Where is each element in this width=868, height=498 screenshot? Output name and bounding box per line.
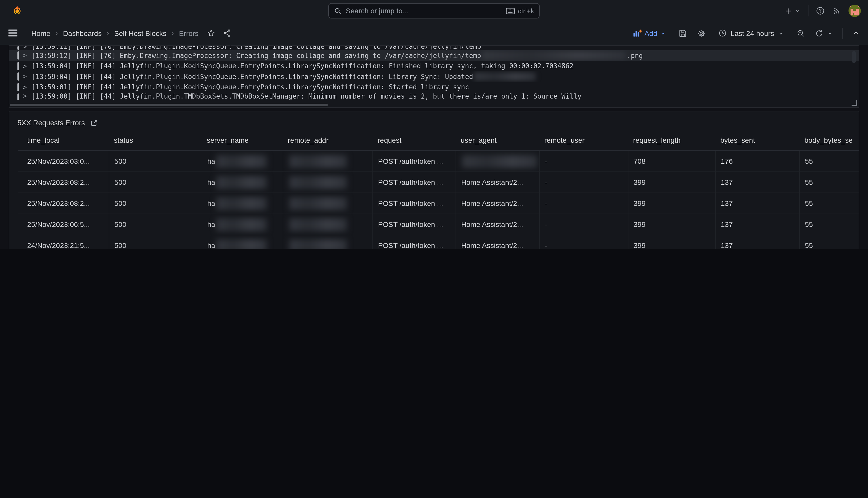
cell-body_bytes_se: 55 bbox=[799, 193, 859, 213]
redacted-text bbox=[216, 197, 267, 210]
cell-server_name: ha bbox=[202, 193, 283, 213]
share-button[interactable] bbox=[223, 29, 231, 38]
column-header-status[interactable]: status bbox=[109, 130, 202, 150]
redacted-text bbox=[216, 239, 267, 249]
table-row[interactable]: 25/Nov/2023:06:5...500haPOST /auth/token… bbox=[18, 214, 859, 235]
column-header-time_local[interactable]: time_local bbox=[18, 130, 109, 150]
redacted-text bbox=[289, 239, 347, 249]
column-header-remote_user[interactable]: remote_user bbox=[539, 130, 628, 150]
search-input[interactable]: Search or jump to... ctrl+k bbox=[328, 3, 540, 18]
breadcrumb-home[interactable]: Home bbox=[31, 29, 51, 37]
cell-remote_user: - bbox=[539, 214, 628, 235]
horizontal-scrollbar[interactable] bbox=[10, 104, 328, 106]
cell-request: POST /auth/token ... bbox=[372, 214, 456, 235]
dashboard-settings-button[interactable] bbox=[697, 28, 706, 38]
breadcrumb-separator: › bbox=[172, 29, 174, 37]
column-header-user_agent[interactable]: user_agent bbox=[456, 130, 539, 150]
table-row[interactable]: 25/Nov/2023:08:2...500haPOST /auth/token… bbox=[18, 172, 859, 193]
panel-5xx-requests-errors: 5XX Requests Errors time_localstatusserv… bbox=[9, 111, 859, 249]
chevron-down-icon bbox=[660, 30, 666, 36]
plus-icon bbox=[784, 6, 792, 15]
cell-request: POST /auth/token ... bbox=[372, 151, 456, 171]
breadcrumb-separator: › bbox=[56, 29, 58, 37]
grafana-logo-icon[interactable] bbox=[11, 4, 23, 17]
breadcrumb-dashboards[interactable]: Dashboards bbox=[63, 29, 101, 37]
column-header-server_name[interactable]: server_name bbox=[202, 130, 283, 150]
cell-status: 500 bbox=[109, 172, 202, 193]
redacted-text bbox=[462, 155, 537, 168]
grafana-dashboard: Search or jump to... ctrl+k bbox=[0, 0, 868, 249]
add-panel-button[interactable]: Add bbox=[629, 28, 669, 38]
cell-request: POST /auth/token ... bbox=[372, 235, 456, 249]
cell-server_name: ha bbox=[202, 172, 283, 193]
panel-title[interactable]: 5XX Requests Errors bbox=[17, 119, 85, 127]
column-header-body_bytes_se[interactable]: body_bytes_se bbox=[799, 130, 859, 150]
log-level-bar bbox=[17, 73, 19, 81]
log-row[interactable]: >[13:59:04] [INF] [44] Jellyfin.Plugin.K… bbox=[9, 71, 859, 82]
cell-bytes_sent: 137 bbox=[715, 193, 799, 213]
log-expand-icon[interactable]: > bbox=[23, 84, 27, 91]
breadcrumb-self-host-blocks[interactable]: Self Host Blocks bbox=[114, 29, 166, 37]
log-message: [13:59:12] [INF] [70] Emby.Drawing.Image… bbox=[31, 46, 481, 50]
save-icon bbox=[678, 28, 688, 38]
cell-body_bytes_se: 55 bbox=[799, 172, 859, 193]
cell-remote_addr bbox=[283, 172, 372, 193]
log-expand-icon[interactable]: > bbox=[23, 46, 27, 50]
rss-icon bbox=[832, 6, 841, 15]
table-row[interactable]: 24/Nov/2023:21:5...500haPOST /auth/token… bbox=[18, 235, 859, 249]
log-message: [13:59:01] [INF] [44] Jellyfin.Plugin.Ko… bbox=[31, 83, 469, 91]
favorite-button[interactable] bbox=[207, 29, 215, 38]
search-icon bbox=[334, 7, 342, 15]
log-expand-icon[interactable]: > bbox=[23, 73, 27, 80]
log-row[interactable]: >[13:59:00] [INF] [44] Jellyfin.Plugin.T… bbox=[9, 92, 859, 100]
panel-resize-handle[interactable] bbox=[852, 100, 857, 106]
cell-user_agent: Home Assistant/2... bbox=[456, 193, 539, 213]
save-dashboard-button[interactable] bbox=[678, 28, 688, 38]
cell-server_name: ha bbox=[202, 235, 283, 249]
zoom-out-button[interactable] bbox=[796, 28, 805, 38]
help-button[interactable] bbox=[816, 6, 825, 15]
table-row[interactable]: 25/Nov/2023:08:2...500haPOST /auth/token… bbox=[18, 193, 859, 214]
cell-time_local: 25/Nov/2023:08:2... bbox=[18, 193, 109, 213]
menu-button[interactable] bbox=[8, 29, 18, 37]
log-row[interactable]: >[13:59:12] [INF] [70] Emby.Drawing.Imag… bbox=[9, 50, 859, 61]
logs-panel: >[13:59:12] [INF] [70] Emby.Drawing.Imag… bbox=[9, 45, 859, 108]
log-expand-icon[interactable]: > bbox=[23, 92, 27, 100]
refresh-interval-button[interactable] bbox=[827, 30, 833, 36]
cell-request: POST /auth/token ... bbox=[372, 193, 456, 213]
log-row[interactable]: >[13:59:12] [INF] [70] Emby.Drawing.Imag… bbox=[9, 46, 859, 50]
log-row[interactable]: >[13:59:04] [INF] [44] Jellyfin.Plugin.K… bbox=[9, 61, 859, 71]
cell-body_bytes_se: 55 bbox=[799, 151, 859, 171]
cell-request: POST /auth/token ... bbox=[372, 172, 456, 193]
column-header-request_length[interactable]: request_length bbox=[628, 130, 715, 150]
log-level-bar bbox=[17, 62, 19, 70]
log-expand-icon[interactable]: > bbox=[23, 52, 27, 59]
new-button[interactable] bbox=[784, 6, 801, 15]
time-range-picker[interactable]: Last 24 hours bbox=[715, 28, 787, 38]
cell-request_length: 399 bbox=[628, 235, 715, 249]
external-link-icon[interactable] bbox=[90, 119, 98, 127]
divider bbox=[842, 27, 843, 39]
table-row[interactable]: 25/Nov/2023:03:0...500haPOST /auth/token… bbox=[18, 151, 859, 172]
cell-bytes_sent: 137 bbox=[715, 214, 799, 235]
cell-bytes_sent: 176 bbox=[715, 151, 799, 171]
toolbar-actions: Add bbox=[629, 27, 860, 39]
search-shortcut: ctrl+k bbox=[505, 7, 534, 15]
cell-user_agent: Home Assistant/2... bbox=[456, 172, 539, 193]
redacted-text bbox=[474, 73, 535, 81]
star-icon bbox=[207, 29, 215, 38]
avatar[interactable] bbox=[849, 5, 861, 17]
column-header-request[interactable]: request bbox=[372, 130, 456, 150]
column-header-bytes_sent[interactable]: bytes_sent bbox=[715, 130, 799, 150]
cell-body_bytes_se: 55 bbox=[799, 214, 859, 235]
breadcrumb-errors[interactable]: Errors bbox=[179, 29, 199, 37]
collapse-toolbar-button[interactable] bbox=[852, 29, 860, 37]
news-button[interactable] bbox=[832, 6, 841, 15]
cell-server_name: ha bbox=[202, 214, 283, 235]
log-row[interactable]: >[13:59:01] [INF] [44] Jellyfin.Plugin.K… bbox=[9, 82, 859, 92]
vertical-scrollbar[interactable] bbox=[852, 51, 856, 63]
cell-time_local: 24/Nov/2023:21:5... bbox=[18, 235, 109, 249]
log-expand-icon[interactable]: > bbox=[23, 63, 27, 70]
column-header-remote_addr[interactable]: remote_addr bbox=[283, 130, 372, 150]
refresh-button[interactable] bbox=[815, 28, 824, 38]
